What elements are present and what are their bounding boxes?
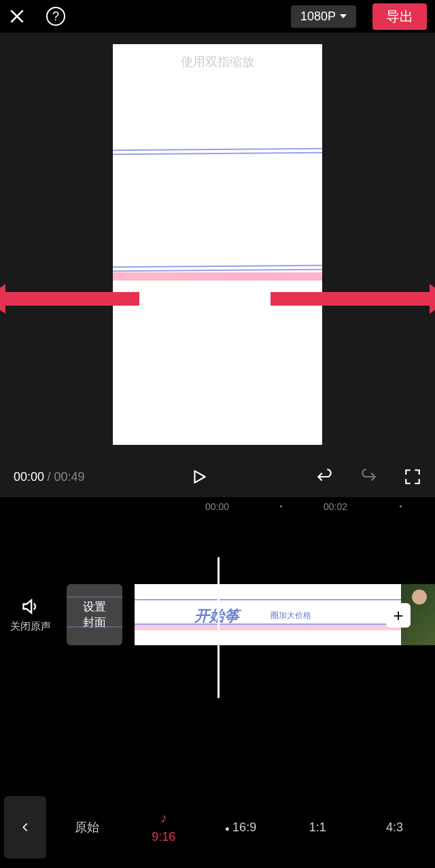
chevron-down-icon — [340, 14, 347, 18]
timeline-ruler[interactable]: 00:00 00:02 — [0, 497, 435, 516]
undo-icon — [314, 468, 334, 486]
playhead[interactable] — [218, 557, 220, 698]
play-icon — [190, 467, 208, 487]
playback-controls: 00:00 / 00:49 — [0, 456, 435, 497]
aspect-ratio-bar: 原始 ♪ 9:16 ●16:9 1:1 4:3 — [0, 786, 435, 868]
ruler-mark: 00:00 — [205, 501, 229, 512]
help-icon: ? — [52, 10, 59, 24]
timeline-area[interactable]: 关闭原声 设置 封面 开始筝 圈加大价格 + — [0, 516, 435, 753]
ratio-16-9[interactable]: ●16:9 — [204, 796, 277, 858]
circle-icon: ● — [225, 824, 230, 833]
clip-overlay-text: 开始筝 — [194, 606, 239, 626]
ratio-original[interactable]: 原始 — [50, 796, 123, 858]
back-button[interactable] — [4, 796, 46, 858]
decoration-line-2 — [113, 266, 322, 281]
fullscreen-icon — [404, 468, 421, 486]
ratio-label: ●16:9 — [225, 820, 256, 835]
ratio-label: 4:3 — [386, 820, 403, 835]
ratio-9-16[interactable]: ♪ 9:16 — [127, 796, 200, 858]
ratio-label: 原始 — [75, 819, 99, 835]
total-time: 00:49 — [54, 470, 85, 484]
chevron-left-icon — [20, 818, 31, 836]
add-clip-button[interactable]: + — [386, 603, 411, 628]
ratio-label: 9:16 — [152, 830, 175, 844]
help-button[interactable]: ? — [46, 7, 65, 26]
undo-button[interactable] — [314, 468, 334, 486]
ratio-4-3[interactable]: 4:3 — [358, 796, 431, 858]
ratio-label: 1:1 — [309, 820, 326, 835]
export-button[interactable]: 导出 — [372, 3, 427, 30]
mute-label: 关闭原声 — [0, 620, 61, 633]
fullscreen-button[interactable] — [404, 468, 421, 486]
pinch-hint: 使用双指缩放 — [113, 54, 322, 70]
preview-area[interactable]: 使用双指缩放 — [0, 33, 435, 456]
arrow-right-annotation — [271, 292, 435, 306]
top-bar: ? 1080P 导出 — [0, 0, 435, 33]
ruler-dot — [280, 505, 282, 507]
ruler-dot — [400, 505, 402, 507]
time-display: 00:00 / 00:49 — [14, 470, 85, 484]
ratio-1-1[interactable]: 1:1 — [281, 796, 354, 858]
redo-button[interactable] — [359, 468, 379, 486]
redo-icon — [359, 468, 379, 486]
decoration-line-1 — [113, 149, 322, 154]
video-canvas[interactable]: 使用双指缩放 — [113, 44, 322, 445]
video-clip[interactable]: 开始筝 圈加大价格 + — [135, 584, 435, 645]
ruler-mark: 00:02 — [324, 501, 347, 512]
mute-toggle[interactable]: 关闭原声 — [0, 597, 61, 633]
close-button[interactable] — [8, 7, 30, 25]
resolution-label: 1080P — [300, 10, 336, 24]
set-cover-button[interactable]: 设置 封面 — [67, 584, 122, 645]
play-button[interactable] — [190, 467, 208, 487]
close-icon — [8, 7, 26, 25]
speaker-icon — [20, 597, 41, 616]
arrow-left-annotation — [0, 292, 139, 306]
music-note-icon: ♪ — [160, 810, 167, 826]
current-time: 00:00 — [14, 470, 44, 484]
clip-overlay-small: 圈加大价格 — [271, 610, 311, 621]
resolution-dropdown[interactable]: 1080P — [291, 5, 356, 28]
